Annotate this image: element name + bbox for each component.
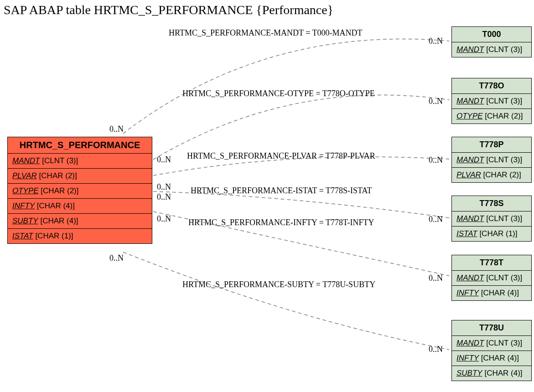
entity-t778o: T778O MANDT [CLNT (3)] OTYPE [CHAR (2)] [451, 78, 532, 124]
entity-field: SUBTY [CHAR (4)] [452, 366, 531, 381]
entity-field: INFTY [CHAR (4)] [452, 286, 531, 300]
cardinality: 0..N [157, 182, 171, 192]
entity-t778t: T778T MANDT [CLNT (3)] INFTY [CHAR (4)] [451, 255, 532, 301]
page-title: SAP ABAP table HRTMC_S_PERFORMANCE {Perf… [4, 3, 333, 17]
entity-name: T778T [452, 255, 531, 271]
entity-main: HRTMC_S_PERFORMANCE MANDT [CLNT (3)] PLV… [7, 137, 152, 244]
entity-field: INFTY [CHAR (4)] [452, 351, 531, 366]
entity-field: MANDT [CLNT (3)] [452, 336, 531, 351]
cardinality: 0..N [109, 253, 124, 263]
relation-label: HRTMC_S_PERFORMANCE-ISTAT = T778S-ISTAT [191, 186, 372, 196]
entity-field: OTYPE [CHAR (2)] [452, 109, 531, 124]
cardinality: 0..N [429, 273, 443, 283]
cardinality: 0..N [157, 192, 171, 202]
entity-field: MANDT [CLNT (3)] [8, 154, 152, 169]
entity-field: ISTAT [CHAR (1)] [8, 229, 152, 243]
entity-field: MANDT [CLNT (3)] [452, 94, 531, 109]
entity-field: INFTY [CHAR (4)] [8, 199, 152, 214]
relation-label: HRTMC_S_PERFORMANCE-PLVAR = T778P-PLVAR [187, 151, 375, 161]
entity-field: ISTAT [CHAR (1)] [452, 227, 531, 241]
entity-field: MANDT [CLNT (3)] [452, 271, 531, 286]
entity-field: OTYPE [CHAR (2)] [8, 184, 152, 199]
cardinality: 0..N [429, 97, 443, 106]
entity-name: T778O [452, 78, 531, 94]
relation-label: HRTMC_S_PERFORMANCE-MANDT = T000-MANDT [169, 28, 362, 38]
relation-label: HRTMC_S_PERFORMANCE-INFTY = T778T-INFTY [188, 218, 374, 227]
cardinality: 0..N [429, 155, 443, 165]
entity-name: T778P [452, 137, 531, 153]
entity-field: PLVAR [CHAR (2)] [8, 169, 152, 184]
cardinality: 0..N [157, 214, 171, 224]
entity-field: PLVAR [CHAR (2)] [452, 168, 531, 182]
relation-label: HRTMC_S_PERFORMANCE-OTYPE = T778O-OTYPE [182, 89, 375, 98]
cardinality: 0..N [429, 215, 443, 224]
relation-label: HRTMC_S_PERFORMANCE-SUBTY = T778U-SUBTY [182, 280, 375, 289]
entity-main-name: HRTMC_S_PERFORMANCE [8, 137, 152, 154]
entity-field: MANDT [CLNT (3)] [452, 211, 531, 227]
entity-name: T778U [452, 320, 531, 336]
cardinality: 0..N [109, 124, 124, 134]
entity-field: SUBTY [CHAR (4)] [8, 214, 152, 229]
entity-field: MANDT [CLNT (3)] [452, 42, 531, 57]
entity-t778s: T778S MANDT [CLNT (3)] ISTAT [CHAR (1)] [451, 196, 532, 242]
cardinality: 0..N [429, 345, 443, 354]
diagram-canvas: SAP ABAP table HRTMC_S_PERFORMANCE {Perf… [0, 0, 534, 392]
entity-t778p: T778P MANDT [CLNT (3)] PLVAR [CHAR (2)] [451, 137, 532, 183]
entity-t000: T000 MANDT [CLNT (3)] [451, 26, 532, 57]
entity-t778u: T778U MANDT [CLNT (3)] INFTY [CHAR (4)] … [451, 320, 532, 381]
entity-name: T778S [452, 196, 531, 211]
cardinality: 0..N [157, 155, 171, 165]
entity-field: MANDT [CLNT (3)] [452, 153, 531, 168]
cardinality: 0..N [429, 36, 443, 46]
entity-name: T000 [452, 27, 531, 42]
